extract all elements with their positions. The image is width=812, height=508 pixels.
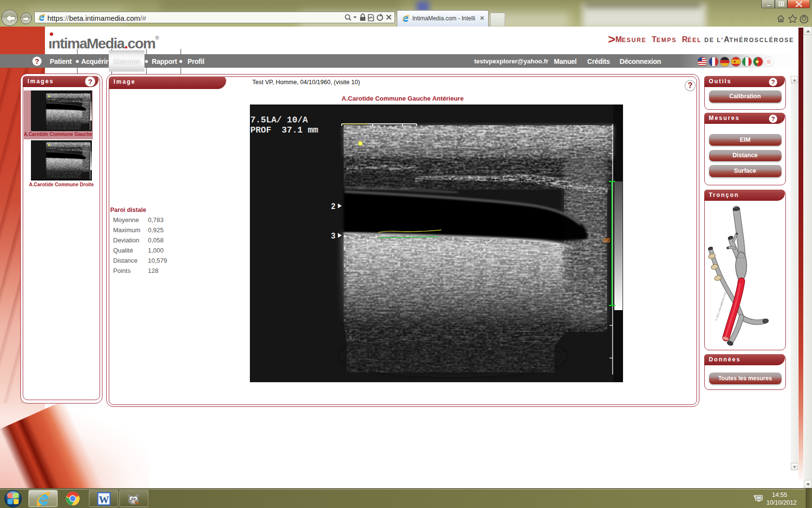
svg-text:3: 3 xyxy=(331,232,335,240)
svg-text:2: 2 xyxy=(331,202,335,210)
svg-text:7.5LA/ 10/A: 7.5LA/ 10/A xyxy=(250,115,308,125)
svg-text:20: 20 xyxy=(603,237,610,244)
svg-text:W: W xyxy=(99,494,109,506)
svg-text:PROF 37.1 mm: PROF 37.1 mm xyxy=(250,125,319,135)
svg-text:© 2011 IntimaMedia.com: © 2011 IntimaMedia.com xyxy=(715,291,727,321)
